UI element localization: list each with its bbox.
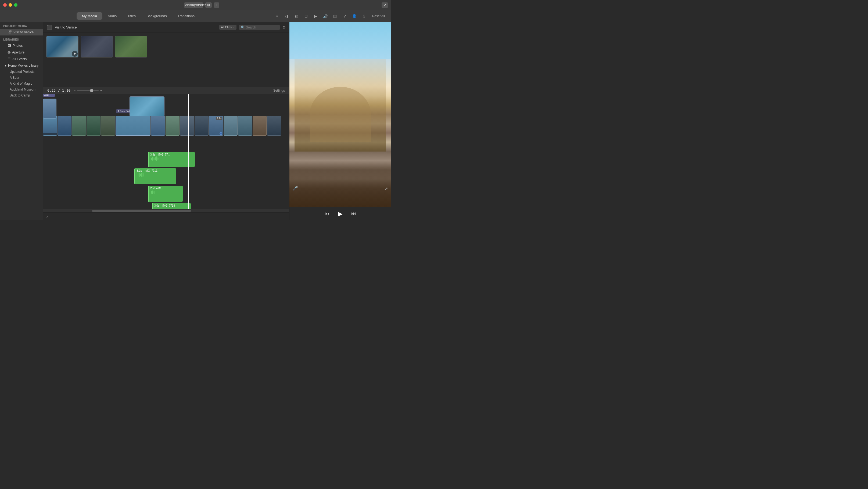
sidebar-item-aperture[interactable]: ◎ Aperture	[0, 49, 43, 56]
audio-level-icon[interactable]: 🔊	[322, 12, 329, 20]
audio-clip-4[interactable]: 3.0s – IMG_7718	[152, 203, 191, 209]
content-area: ⬛ Visit to Venice All Clips ⌄ 🔍 ⚙ +	[43, 22, 289, 220]
sidebar: PROJECT MEDIA 🎬 Visit to Venice LIBRARIE…	[0, 22, 43, 220]
play-pause-button[interactable]: ▶	[336, 210, 345, 218]
venice-preview-background	[289, 22, 391, 207]
reset-all-button[interactable]: Reset All	[370, 13, 387, 19]
tab-titles[interactable]: Titles	[122, 12, 141, 20]
tab-backgrounds[interactable]: Backgrounds	[141, 12, 172, 20]
video-clip-9[interactable]	[194, 116, 209, 136]
video-clip-2[interactable]	[58, 116, 71, 136]
tab-my-media[interactable]: My Media	[76, 12, 102, 20]
video-icon[interactable]: ▶	[312, 12, 319, 20]
video-clip-selected[interactable]: 4.0s – Defying the Sea	[116, 116, 151, 136]
chevron-down-icon: ▼	[4, 64, 7, 67]
media-clip-1[interactable]: +	[46, 36, 79, 58]
video-clip-3[interactable]: ⏭	[72, 116, 86, 136]
video-clip-10[interactable]: 2.7s	[209, 116, 223, 136]
video-clip-6[interactable]	[151, 116, 165, 136]
saturation-icon[interactable]: ◐	[293, 12, 300, 20]
add-clip-1-button[interactable]: +	[72, 51, 78, 57]
all-clips-filter[interactable]: All Clips ⌄	[219, 25, 237, 30]
wand-icon[interactable]: ✦	[273, 12, 281, 20]
audio-clip-3-label: 2.5s – IM...	[150, 187, 181, 190]
user-icon[interactable]: 👤	[351, 12, 358, 20]
audio-clip-1-label: 3.3s – IMG_77...	[150, 153, 193, 156]
playhead[interactable]	[188, 94, 189, 209]
traffic-lights	[3, 3, 18, 7]
sidebar-item-photos[interactable]: 🖼 Photos	[0, 42, 43, 49]
fullscreen-button[interactable]: ⤢	[381, 2, 388, 8]
sidebar-home-movies-library[interactable]: ▼ Home Movies Library	[0, 62, 43, 69]
timeline-settings-label[interactable]: Settings	[273, 89, 285, 92]
titlebar: ‹ Projects ⊞ ↓ Visit to Venice ⤢	[0, 0, 391, 10]
music-note-icon: ♪	[46, 214, 48, 219]
scroll-thumb[interactable]	[92, 210, 190, 212]
crowd-shadow	[289, 161, 391, 207]
waveform-1	[150, 156, 193, 161]
timeline-scrollbar[interactable]	[43, 209, 289, 212]
video-clip-5[interactable]	[101, 116, 115, 136]
sidebar-item-auckland-museum[interactable]: Auckland Museum	[0, 87, 43, 92]
sidebar-item-kind-of-magic[interactable]: A Kind of Magic	[0, 81, 43, 87]
audio-clip-2[interactable]: 3.1s – IMG_7711	[134, 168, 176, 184]
speed-icon[interactable]: ▤	[331, 12, 339, 20]
sidebar-item-updated-projects[interactable]: Updated Projects	[0, 69, 43, 75]
video-clip-14[interactable]	[267, 116, 281, 136]
mic-icon[interactable]: 🎤	[293, 186, 298, 191]
blue-overlay-clip[interactable]	[129, 96, 164, 116]
timeline-header: 0:23 / 1:10 − + Settings	[43, 87, 289, 94]
search-input[interactable]	[246, 26, 278, 29]
audio-clip-3[interactable]: 2.5s – IM...	[148, 186, 183, 202]
sidebar-item-bear[interactable]: A Bear	[0, 75, 43, 81]
sidebar-item-back-to-camp[interactable]: Back to Camp	[0, 92, 43, 98]
connection-line-1	[148, 136, 148, 152]
crop-icon[interactable]: ⊡	[302, 12, 310, 20]
info-icon[interactable]: ℹ	[360, 12, 368, 20]
noise-icon[interactable]: ?	[341, 12, 348, 20]
go-to-end-button[interactable]: ⏭	[350, 210, 357, 218]
maximize-button[interactable]	[14, 3, 18, 7]
color-icon[interactable]: ◑	[283, 12, 290, 20]
tab-transitions[interactable]: Transitions	[172, 12, 200, 20]
events-icon: ☰	[7, 57, 11, 61]
inspector-icons: ✦ ◑ ◐ ⊡ ▶ 🔊 ▤ ? 👤 ℹ Reset All	[273, 12, 387, 20]
window-title: Visit to Venice	[185, 3, 206, 7]
photos-icon: 🖼	[7, 43, 11, 48]
zoom-out-icon[interactable]: −	[74, 89, 75, 92]
tab-audio[interactable]: Audio	[102, 12, 122, 20]
sky-overlay	[289, 22, 391, 59]
sidebar-item-visit-to-venice[interactable]: 🎬 Visit to Venice	[0, 29, 43, 35]
close-button[interactable]	[3, 3, 7, 7]
video-clip-4[interactable]	[87, 116, 100, 136]
timeline-content: ⏭ 4.0s – Defying the Sea	[43, 94, 289, 209]
go-to-start-button[interactable]: ⏮	[324, 210, 331, 218]
media-browser: ⬛ Visit to Venice All Clips ⌄ 🔍 ⚙ +	[43, 22, 289, 87]
audio-clip-4-label: 3.0s – IMG_7718	[154, 204, 189, 207]
video-clip-12[interactable]	[238, 116, 252, 136]
media-clip-3[interactable]	[115, 36, 147, 58]
fullscreen-preview-icon[interactable]: ⤢	[385, 186, 388, 191]
video-clip-1[interactable]	[43, 116, 57, 136]
timeline-tracks: ⏭ 4.0s – Defying the Sea	[43, 94, 289, 209]
video-clip-13[interactable]	[253, 116, 267, 136]
media-clip-2[interactable]	[81, 36, 113, 58]
download-button[interactable]: ↓	[214, 2, 219, 8]
video-clip-11[interactable]	[224, 116, 238, 136]
minimize-button[interactable]	[9, 3, 12, 7]
waveform-3	[150, 190, 181, 195]
aperture-icon: ◎	[7, 50, 10, 54]
video-clip-8[interactable]	[180, 116, 194, 136]
zoom-slider[interactable]	[77, 90, 99, 91]
search-box[interactable]: 🔍	[239, 25, 280, 30]
browser-settings-icon[interactable]: ⚙	[282, 25, 286, 30]
timeline: 0:23 / 1:10 − + Settings	[43, 87, 289, 220]
preview-controls: ⏮ ▶ ⏭	[289, 207, 391, 220]
audio-clip-1[interactable]: 3.3s – IMG_77...	[148, 152, 195, 167]
right-mini-clip[interactable]: 4.0s – ...	[43, 99, 56, 119]
hide-sidebar-button[interactable]: ⬛	[46, 24, 53, 30]
video-clip-7[interactable]	[165, 116, 180, 136]
zoom-in-icon[interactable]: +	[100, 89, 102, 92]
media-browser-header: ⬛ Visit to Venice All Clips ⌄ 🔍 ⚙	[43, 22, 289, 33]
sidebar-item-all-events[interactable]: ☰ All Events	[0, 56, 43, 62]
